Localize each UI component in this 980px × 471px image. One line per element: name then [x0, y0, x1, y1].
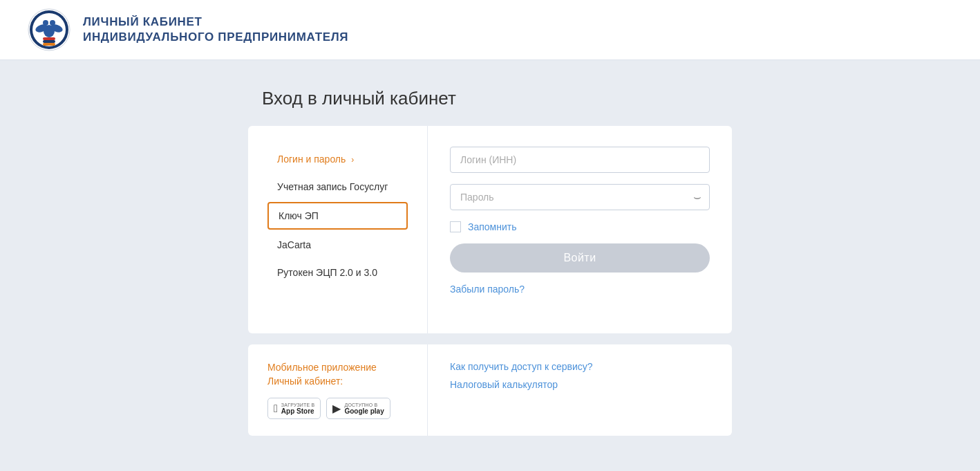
info-links-section: Как получить доступ к сервису? Налоговый… [428, 344, 732, 436]
login-nav: Логин и пароль › Учетная запись Госуслуг… [248, 126, 428, 333]
store-buttons:  Загрузите в App Store ▶ Доступно в Goo… [267, 398, 408, 419]
google-play-icon: ▶ [332, 402, 341, 415]
svg-rect-9 [43, 40, 55, 43]
svg-rect-8 [43, 43, 55, 46]
main-content: Вход в личный кабинет Логин и пароль › У… [0, 60, 980, 463]
mobile-app-title: Мобильное приложение Личный кабинет: [267, 361, 408, 388]
nav-item-login-password[interactable]: Логин и пароль › [267, 147, 408, 172]
googleplay-button[interactable]: ▶ Доступно в Google play [326, 398, 390, 419]
remember-checkbox[interactable] [450, 221, 461, 232]
nav-item-rutoken[interactable]: Рутокен ЭЦП 2.0 и 3.0 [267, 260, 408, 285]
cards-wrapper: Логин и пароль › Учетная запись Госуслуг… [248, 126, 732, 436]
logo [28, 8, 70, 51]
login-input[interactable] [450, 147, 710, 173]
nav-arrow-icon: › [351, 155, 354, 165]
nav-item-kluch-ep[interactable]: Ключ ЭП [267, 202, 408, 230]
svg-point-6 [43, 20, 48, 26]
login-card: Логин и пароль › Учетная запись Госуслуг… [248, 126, 732, 333]
forgot-password-link[interactable]: Забыли пароль? [450, 284, 710, 295]
password-wrapper: ⌣ [450, 184, 710, 210]
remember-row: Запомнить [450, 221, 710, 232]
mobile-card: Мобильное приложение Личный кабинет:  З… [248, 344, 732, 436]
svg-point-7 [50, 20, 55, 26]
access-link[interactable]: Как получить доступ к сервису? [450, 361, 710, 372]
password-input[interactable] [450, 184, 710, 210]
remember-label[interactable]: Запомнить [468, 221, 517, 232]
mobile-app-section: Мобильное приложение Личный кабинет:  З… [248, 344, 428, 436]
header-title: ЛИЧНЫЙ КАБИНЕТ ИНДИВИДУАЛЬНОГО ПРЕДПРИНИ… [83, 15, 348, 44]
apple-icon:  [274, 403, 278, 415]
googleplay-name-text: Google play [344, 407, 384, 415]
appstore-name-text: App Store [281, 407, 315, 415]
header-title-line2: ИНДИВИДУАЛЬНОГО ПРЕДПРИНИМАТЕЛЯ [83, 30, 348, 44]
calculator-link[interactable]: Налоговый калькулятор [450, 379, 710, 390]
login-button[interactable]: Войти [450, 243, 710, 273]
googleplay-sub-text: Доступно в [344, 403, 384, 407]
svg-rect-10 [43, 37, 55, 40]
header-title-line1: ЛИЧНЫЙ КАБИНЕТ [83, 15, 348, 29]
nav-item-jacarta[interactable]: JaCarta [267, 232, 408, 257]
nav-item-gosuslugi[interactable]: Учетная запись Госуслуг [267, 174, 408, 199]
header: ЛИЧНЫЙ КАБИНЕТ ИНДИВИДУАЛЬНОГО ПРЕДПРИНИ… [0, 0, 980, 60]
login-form: ⌣ Запомнить Войти Забыли пароль? [428, 126, 732, 333]
appstore-sub-text: Загрузите в [281, 403, 315, 407]
page-title: Вход в личный кабинет [262, 88, 456, 109]
appstore-button[interactable]:  Загрузите в App Store [267, 398, 321, 419]
eye-icon[interactable]: ⌣ [693, 190, 701, 205]
